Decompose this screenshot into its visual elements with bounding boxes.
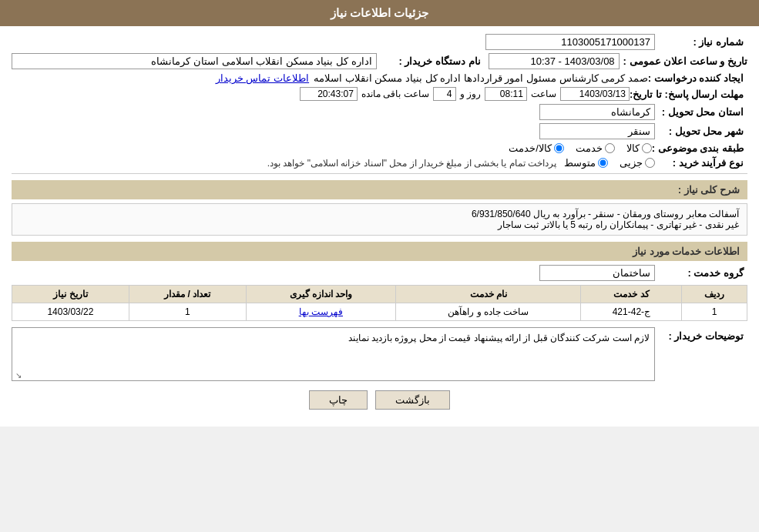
buyer-notes-label: توضیحات خریدار : — [655, 327, 747, 342]
remaining-label: ساعت باقی مانده — [361, 89, 429, 99]
buyer-notes-text: لازم است شرکت کنندگان قبل از ارائه پیشنه… — [348, 333, 650, 343]
service-group-value: ساختمان — [539, 265, 655, 281]
deadline-date: 1403/03/13 — [560, 87, 630, 101]
need-description-text: آسفالت معابر روستای ورمقان - سنقر - برآو… — [20, 209, 739, 230]
deadline-days: 4 — [433, 87, 456, 101]
print-button[interactable]: چاپ — [309, 390, 368, 410]
category-both-option[interactable]: کالا/خدمت — [509, 142, 564, 154]
services-table: ردیف کد خدمت نام خدمت واحد اندازه گیری ت… — [12, 285, 747, 321]
services-section-title: اطلاعات خدمات مورد نیاز — [12, 242, 747, 261]
buyer-org-label: نام دستگاه خریدار : — [381, 55, 481, 67]
buyer-notes-value: لازم است شرکت کنندگان قبل از ارائه پیشنه… — [12, 327, 655, 381]
contact-link[interactable]: اطلاعات تماس خریدار — [216, 72, 309, 84]
deadline-days-label: روز و — [460, 89, 481, 99]
back-button[interactable]: بازگشت — [375, 390, 450, 410]
remaining-time: 20:43:07 — [300, 87, 358, 101]
service-group-label: گروه خدمت : — [655, 267, 747, 279]
date-value: 1403/03/08 - 10:37 — [489, 53, 620, 69]
action-buttons: بازگشت چاپ — [12, 390, 747, 410]
col-date: تاریخ نیاز — [12, 286, 129, 303]
process-jozi-option[interactable]: جزیی — [620, 157, 655, 169]
city-label: شهر محل تحویل : — [655, 125, 747, 137]
process-motovaset-option[interactable]: متوسط — [564, 157, 608, 169]
page-header: جزئیات اطلاعات نیاز — [0, 0, 759, 26]
resize-handle[interactable]: ↘ — [14, 371, 22, 379]
category-label: طبقه بندی موضوعی : — [652, 142, 747, 154]
creator-value: صمد کرمی کارشناس مسئول امور قراردادها اد… — [314, 72, 648, 84]
col-quantity: تعداد / مقدار — [129, 286, 246, 303]
deadline-time: 08:11 — [485, 87, 527, 101]
category-kala-option[interactable]: کالا — [626, 142, 652, 154]
buyer-org-value: اداره کل بنیاد مسکن انقلاب اسلامی استان … — [12, 53, 377, 69]
need-description-label: شرح کلی نیاز : — [678, 184, 740, 196]
need-description-section: شرح کلی نیاز : — [12, 180, 747, 199]
process-note: پرداخت تمام یا بخشی از مبلغ خریدار از مح… — [267, 158, 556, 169]
col-code: کد خدمت — [581, 286, 682, 303]
creator-label: ایجاد کننده درخواست : — [648, 72, 747, 84]
city-value: سنقر — [539, 123, 655, 139]
col-row-num: ردیف — [682, 286, 747, 303]
table-row: 1ج-42-421ساخت جاده و راهآهنفهرست بها1140… — [12, 303, 747, 321]
category-khedmat-option[interactable]: خدمت — [576, 142, 615, 154]
province-label: استان محل تحویل : — [655, 106, 747, 118]
page-title: جزئیات اطلاعات نیاز — [331, 6, 428, 19]
process-label: نوع فرآیند خرید : — [655, 157, 747, 169]
need-description-box: آسفالت معابر روستای ورمقان - سنقر - برآو… — [12, 203, 747, 236]
province-value: کرمانشاه — [539, 104, 655, 120]
need-number-value: 1103005171000137 — [485, 34, 655, 50]
deadline-time-label: ساعت — [531, 89, 556, 99]
reply-deadline-label: مهلت ارسال پاسخ: تا تاریخ: — [630, 89, 747, 100]
col-name: نام خدمت — [396, 286, 581, 303]
col-unit: واحد اندازه گیری — [246, 286, 395, 303]
need-number-label: شماره نیاز : — [655, 36, 747, 48]
date-label: تاریخ و ساعت اعلان عمومی : — [623, 55, 747, 67]
